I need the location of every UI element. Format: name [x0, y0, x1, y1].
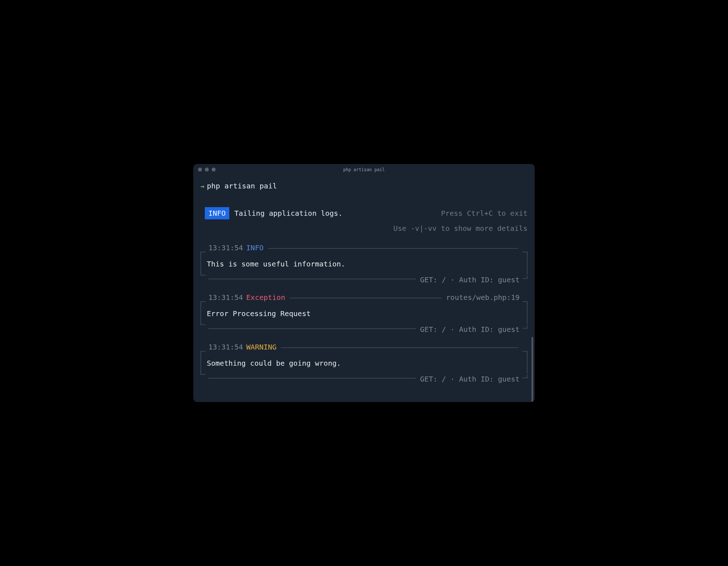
bracket-tl-icon — [201, 351, 206, 355]
log-timestamp: 13:31:54 — [208, 342, 243, 352]
log-meta: GET: / · Auth ID: guest — [420, 324, 520, 334]
bracket-bl-icon — [201, 272, 206, 275]
info-badge: INFO — [205, 207, 229, 219]
rule-line — [208, 378, 416, 379]
log-meta: GET: / · Auth ID: guest — [420, 274, 520, 285]
header-row: INFO Tailing application logs. Press Ctr… — [205, 207, 527, 219]
log-message: Something could be going wrong. — [207, 358, 521, 368]
minimize-icon[interactable] — [205, 168, 209, 172]
log-timestamp: 13:31:54 — [208, 242, 243, 253]
terminal-window: php artisan pail → php artisan pail INFO… — [193, 164, 535, 402]
titlebar: php artisan pail — [193, 164, 535, 175]
bracket-bl-icon — [201, 321, 206, 325]
rule-line — [208, 279, 416, 279]
log-entry-body: This is some useful information. — [201, 252, 527, 274]
bracket-tr-icon — [522, 252, 527, 255]
window-title: php artisan pail — [193, 167, 535, 172]
rule-line — [281, 347, 518, 348]
bracket-tr-icon — [522, 351, 527, 355]
rule-line — [268, 248, 518, 249]
bracket-br-icon — [522, 275, 527, 279]
traffic-lights[interactable] — [198, 168, 216, 172]
scrollbar-thumb[interactable] — [531, 337, 533, 402]
log-meta: GET: / · Auth ID: guest — [420, 374, 520, 384]
zoom-icon[interactable] — [212, 168, 216, 172]
log-entry: 13:31:54WARNINGSomething could be going … — [201, 342, 527, 384]
log-level: Exception — [246, 292, 285, 302]
bracket-bl-icon — [201, 371, 206, 375]
log-entry-header: 13:31:54Exceptionroutes/web.php:19 — [201, 292, 527, 302]
rule-line — [208, 328, 416, 329]
bracket-tl-icon — [201, 301, 206, 305]
bracket-br-icon — [522, 325, 527, 329]
prompt-line: → php artisan pail — [201, 181, 527, 191]
scrollbar[interactable] — [531, 261, 533, 380]
log-level: WARNING — [246, 342, 276, 352]
tailing-text: Tailing application logs. — [234, 208, 342, 218]
log-entries: 13:31:54INFOThis is some useful informat… — [201, 242, 527, 384]
terminal-body[interactable]: → php artisan pail INFO Tailing applicat… — [193, 175, 535, 384]
log-entry-header: 13:31:54WARNING — [201, 342, 527, 352]
bracket-tr-icon — [522, 301, 527, 305]
verbose-hint-row: Use -v|-vv to show more details — [205, 223, 527, 233]
log-level: INFO — [246, 242, 263, 253]
verbose-hint: Use -v|-vv to show more details — [393, 223, 527, 233]
log-entry-footer: GET: / · Auth ID: guest — [201, 324, 527, 334]
log-message: Error Processing Request — [207, 308, 521, 319]
log-source: routes/web.php:19 — [446, 292, 520, 302]
prompt-arrow-icon: → — [201, 182, 204, 191]
rule-line — [290, 298, 442, 298]
log-timestamp: 13:31:54 — [208, 292, 243, 302]
log-entry-body: Something could be going wrong. — [201, 352, 527, 374]
log-message: This is some useful information. — [207, 259, 521, 269]
log-entry-footer: GET: / · Auth ID: guest — [201, 374, 527, 384]
log-entry-body: Error Processing Request — [201, 302, 527, 324]
exit-hint: Press Ctrl+C to exit — [441, 208, 527, 218]
close-icon[interactable] — [198, 168, 202, 172]
prompt-command: php artisan pail — [207, 181, 277, 191]
log-entry: 13:31:54Exceptionroutes/web.php:19Error … — [201, 292, 527, 334]
bracket-br-icon — [522, 375, 527, 378]
log-entry-footer: GET: / · Auth ID: guest — [201, 274, 527, 285]
log-entry: 13:31:54INFOThis is some useful informat… — [201, 242, 527, 285]
bracket-tl-icon — [201, 252, 206, 255]
log-entry-header: 13:31:54INFO — [201, 242, 527, 253]
